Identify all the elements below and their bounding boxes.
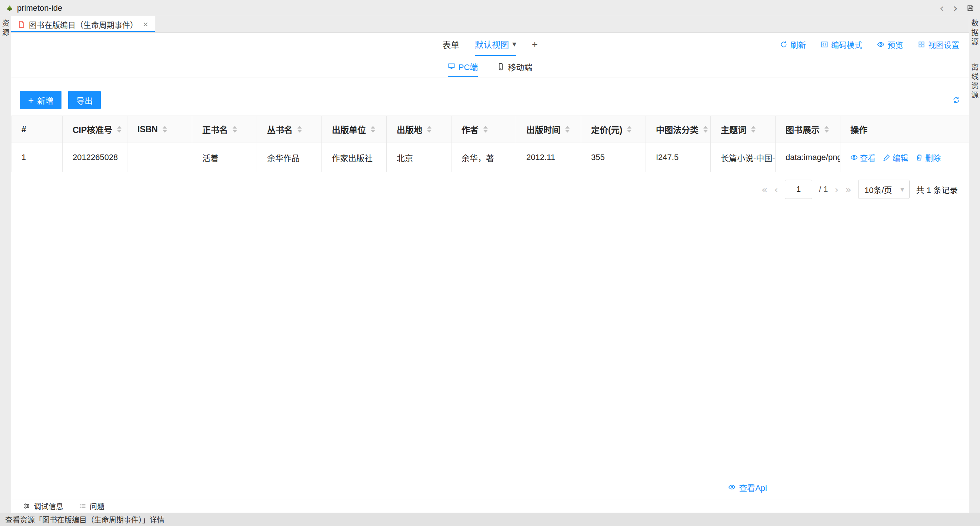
tab-mobile[interactable]: 移动端 xyxy=(497,56,532,77)
sync-icon[interactable] xyxy=(953,96,960,104)
col-header-place[interactable]: 出版地 xyxy=(387,116,452,143)
code-mode-label: 编码模式 xyxy=(831,39,862,50)
col-header-class[interactable]: 中图法分类 xyxy=(646,116,711,143)
sort-icon xyxy=(298,126,302,132)
view-label: 查看 xyxy=(860,152,875,163)
col-label: 出版时间 xyxy=(526,123,560,135)
col-header-subject[interactable]: 主题词 xyxy=(711,116,776,143)
tab-pc[interactable]: PC端 xyxy=(448,56,478,77)
first-page-button[interactable]: « xyxy=(762,185,768,194)
resources-panel-toggle[interactable]: 资源 xyxy=(0,19,11,38)
device-tabs: PC端 移动端 xyxy=(11,56,969,77)
offline-resources-panel-toggle[interactable]: 离线资源 xyxy=(969,63,980,100)
col-label: ISBN xyxy=(137,124,158,134)
grid-toolbar: + 新增 导出 xyxy=(20,91,960,109)
editor-tab[interactable]: 图书在版编目（生命周期事件） × xyxy=(11,16,155,32)
view-api-link[interactable]: 查看Api xyxy=(728,481,767,493)
record-count: 共 1 条记录 xyxy=(916,183,958,195)
view-settings-label: 视图设置 xyxy=(928,39,959,50)
sort-icon xyxy=(751,126,756,132)
problems-button[interactable]: 问题 xyxy=(79,501,105,512)
tab-default-view[interactable]: 默认视图 ▼ xyxy=(475,33,516,56)
col-header-date[interactable]: 出版时间 xyxy=(516,116,581,143)
col-header-price[interactable]: 定价(元) xyxy=(581,116,646,143)
col-label: 正书名 xyxy=(202,123,228,135)
export-button-label: 导出 xyxy=(76,94,92,106)
tab-pc-label: PC端 xyxy=(458,61,478,72)
debug-info-button[interactable]: 调试信息 xyxy=(23,501,63,512)
col-header-title[interactable]: 正书名 xyxy=(192,116,257,143)
edit-button[interactable]: 编辑 xyxy=(883,152,908,163)
delete-label: 删除 xyxy=(925,152,941,163)
refresh-button[interactable]: 刷新 xyxy=(780,39,806,50)
editor-content: 表单 默认视图 ▼ + 刷新 编码模式 xyxy=(11,33,969,513)
add-button[interactable]: + 新增 xyxy=(20,91,62,109)
close-icon[interactable]: × xyxy=(143,20,148,29)
col-label: 丛书名 xyxy=(267,123,293,135)
col-header-image[interactable]: 图书展示 xyxy=(776,116,840,143)
nav-forward-icon[interactable]: › xyxy=(953,2,958,14)
tab-mobile-label: 移动端 xyxy=(508,61,532,73)
view-button[interactable]: 查看 xyxy=(850,152,875,163)
export-button[interactable]: 导出 xyxy=(68,91,101,109)
chevron-down-icon[interactable]: ▼ xyxy=(512,41,516,47)
toolbar-actions: 刷新 编码模式 预览 视图设置 xyxy=(780,33,959,56)
table-header-row: # CIP核准号 ISBN 正书名 丛书名 出版单位 出版地 作者 出版时间 定… xyxy=(11,116,969,143)
cell-class: I247.5 xyxy=(646,143,711,172)
page-total-indicator: / 1 xyxy=(819,185,828,194)
col-header-series[interactable]: 丛书名 xyxy=(257,116,322,143)
refresh-label: 刷新 xyxy=(791,39,806,50)
table-row: 1 2012265028 活着 余华作品 作家出版社 北京 余华，著 2012.… xyxy=(11,143,969,172)
add-button-label: 新增 xyxy=(37,94,53,106)
sort-icon xyxy=(627,126,632,132)
sort-icon xyxy=(232,126,237,132)
tab-form[interactable]: 表单 xyxy=(442,33,459,56)
data-table: # CIP核准号 ISBN 正书名 丛书名 出版单位 出版地 作者 出版时间 定… xyxy=(11,116,969,172)
col-label: 图书展示 xyxy=(786,123,819,135)
next-page-button[interactable]: › xyxy=(835,185,839,194)
status-bar: 查看资源「图书在版编目（生命周期事件）」详情 xyxy=(0,513,980,526)
preview-button[interactable]: 预览 xyxy=(877,39,903,50)
datasource-panel-toggle[interactable]: 数据源 xyxy=(969,19,980,47)
col-header-author[interactable]: 作者 xyxy=(452,116,516,143)
phone-icon xyxy=(497,63,504,70)
trash-icon xyxy=(916,154,923,161)
cell-price: 355 xyxy=(581,143,646,172)
col-label: CIP核准号 xyxy=(73,123,112,135)
prev-page-button[interactable]: ‹ xyxy=(774,185,778,194)
main-area: 资源 图书在版编目（生命周期事件） × 表单 默认视图 xyxy=(0,16,980,513)
view-settings-button[interactable]: 视图设置 xyxy=(918,39,959,50)
refresh-icon xyxy=(780,41,788,48)
cell-image: data:image/png;b xyxy=(776,143,840,172)
col-header-cip[interactable]: CIP核准号 xyxy=(63,116,127,143)
app-logo-icon xyxy=(6,5,13,12)
page-number-input[interactable] xyxy=(785,180,812,199)
pencil-icon xyxy=(883,154,890,161)
monitor-icon xyxy=(448,62,455,70)
nav-back-icon[interactable]: ‹ xyxy=(939,2,944,14)
sort-icon xyxy=(565,126,570,132)
bottom-bar: 调试信息 问题 xyxy=(11,499,969,513)
page-size-select[interactable]: 10条/页 ▼ xyxy=(858,180,910,199)
list-icon xyxy=(79,502,86,510)
last-page-button[interactable]: » xyxy=(845,185,851,194)
eye-icon xyxy=(728,483,735,491)
col-header-isbn[interactable]: ISBN xyxy=(127,116,192,143)
sort-icon xyxy=(824,126,829,132)
preview-eye-icon xyxy=(877,41,885,48)
cell-date: 2012.11 xyxy=(516,143,581,172)
api-row: 查看Api xyxy=(11,481,969,499)
delete-button[interactable]: 删除 xyxy=(916,152,941,163)
add-view-button[interactable]: + xyxy=(532,33,538,56)
editor-tab-label: 图书在版编目（生命周期事件） xyxy=(29,19,138,30)
col-header-publisher[interactable]: 出版单位 xyxy=(322,116,387,143)
sort-icon xyxy=(117,126,121,132)
left-panel-strip: 资源 xyxy=(0,16,11,513)
sort-icon xyxy=(703,126,708,132)
save-icon[interactable] xyxy=(967,5,974,12)
right-panel-strip: 数据源 离线资源 xyxy=(969,16,980,513)
layout-grid-icon xyxy=(918,41,925,48)
code-mode-button[interactable]: 编码模式 xyxy=(821,39,862,50)
debug-info-label: 调试信息 xyxy=(34,501,63,512)
sort-icon xyxy=(371,126,375,132)
